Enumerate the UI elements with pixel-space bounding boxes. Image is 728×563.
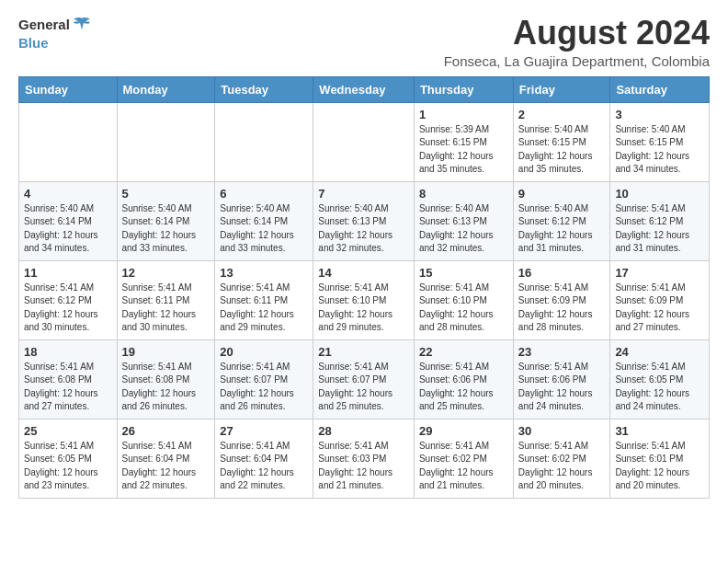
logo: General Blue bbox=[18, 15, 92, 51]
day-info: Sunrise: 5:41 AMSunset: 6:05 PMDaylight:… bbox=[615, 361, 704, 414]
week-row-1: 1Sunrise: 5:39 AMSunset: 6:15 PMDaylight… bbox=[19, 102, 710, 181]
calendar: Sunday Monday Tuesday Wednesday Thursday… bbox=[18, 76, 710, 499]
calendar-cell-3-3: 21Sunrise: 5:41 AMSunset: 6:07 PMDayligh… bbox=[313, 339, 415, 419]
day-number: 13 bbox=[220, 266, 308, 280]
day-info: Sunrise: 5:40 AMSunset: 6:13 PMDaylight:… bbox=[419, 202, 508, 256]
calendar-cell-1-0: 4Sunrise: 5:40 AMSunset: 6:14 PMDaylight… bbox=[19, 181, 118, 260]
col-thursday: Thursday bbox=[414, 76, 513, 102]
day-number: 2 bbox=[518, 108, 606, 121]
week-row-4: 18Sunrise: 5:41 AMSunset: 6:08 PMDayligh… bbox=[19, 339, 710, 419]
col-sunday: Sunday bbox=[19, 76, 118, 102]
calendar-cell-3-5: 23Sunrise: 5:41 AMSunset: 6:06 PMDayligh… bbox=[513, 339, 610, 419]
calendar-cell-0-2 bbox=[215, 102, 313, 181]
day-info: Sunrise: 5:41 AMSunset: 6:04 PMDaylight:… bbox=[220, 440, 308, 493]
day-info: Sunrise: 5:41 AMSunset: 6:11 PMDaylight:… bbox=[122, 282, 210, 335]
week-row-5: 25Sunrise: 5:41 AMSunset: 6:05 PMDayligh… bbox=[19, 419, 710, 498]
day-info: Sunrise: 5:41 AMSunset: 6:12 PMDaylight:… bbox=[24, 282, 112, 335]
calendar-cell-2-4: 15Sunrise: 5:41 AMSunset: 6:10 PMDayligh… bbox=[414, 260, 513, 339]
day-number: 22 bbox=[419, 345, 508, 359]
calendar-cell-1-5: 9Sunrise: 5:40 AMSunset: 6:12 PMDaylight… bbox=[513, 181, 610, 260]
calendar-cell-4-0: 25Sunrise: 5:41 AMSunset: 6:05 PMDayligh… bbox=[19, 419, 118, 498]
day-number: 25 bbox=[24, 424, 112, 438]
calendar-cell-4-6: 31Sunrise: 5:41 AMSunset: 6:01 PMDayligh… bbox=[610, 419, 710, 498]
day-number: 31 bbox=[615, 424, 704, 438]
day-info: Sunrise: 5:41 AMSunset: 6:06 PMDaylight:… bbox=[419, 361, 508, 414]
calendar-cell-0-3 bbox=[313, 102, 415, 181]
day-info: Sunrise: 5:39 AMSunset: 6:15 PMDaylight:… bbox=[419, 123, 508, 177]
day-number: 14 bbox=[318, 266, 409, 280]
day-number: 15 bbox=[419, 266, 508, 280]
col-wednesday: Wednesday bbox=[313, 76, 415, 102]
calendar-cell-1-3: 7Sunrise: 5:40 AMSunset: 6:13 PMDaylight… bbox=[313, 181, 415, 260]
calendar-cell-0-5: 2Sunrise: 5:40 AMSunset: 6:15 PMDaylight… bbox=[513, 102, 610, 181]
day-number: 23 bbox=[518, 345, 606, 359]
day-info: Sunrise: 5:41 AMSunset: 6:08 PMDaylight:… bbox=[122, 361, 210, 414]
calendar-cell-4-2: 27Sunrise: 5:41 AMSunset: 6:04 PMDayligh… bbox=[215, 419, 313, 498]
calendar-cell-3-0: 18Sunrise: 5:41 AMSunset: 6:08 PMDayligh… bbox=[19, 339, 118, 419]
bird-icon bbox=[72, 15, 92, 35]
day-number: 5 bbox=[122, 187, 210, 201]
col-monday: Monday bbox=[117, 76, 215, 102]
col-tuesday: Tuesday bbox=[215, 76, 313, 102]
calendar-cell-4-1: 26Sunrise: 5:41 AMSunset: 6:04 PMDayligh… bbox=[117, 419, 215, 498]
day-number: 24 bbox=[615, 345, 704, 359]
day-info: Sunrise: 5:41 AMSunset: 6:10 PMDaylight:… bbox=[419, 282, 508, 335]
calendar-cell-2-5: 16Sunrise: 5:41 AMSunset: 6:09 PMDayligh… bbox=[513, 260, 610, 339]
day-number: 19 bbox=[122, 345, 210, 359]
week-row-2: 4Sunrise: 5:40 AMSunset: 6:14 PMDaylight… bbox=[19, 181, 710, 260]
calendar-cell-2-6: 17Sunrise: 5:41 AMSunset: 6:09 PMDayligh… bbox=[610, 260, 710, 339]
header: General Blue August 2024 Fonseca, La Gua… bbox=[18, 15, 710, 69]
day-number: 28 bbox=[318, 424, 409, 438]
day-info: Sunrise: 5:41 AMSunset: 6:04 PMDaylight:… bbox=[122, 440, 210, 493]
day-info: Sunrise: 5:41 AMSunset: 6:05 PMDaylight:… bbox=[24, 440, 112, 493]
day-number: 18 bbox=[24, 345, 112, 359]
day-number: 29 bbox=[419, 424, 508, 438]
location: Fonseca, La Guajira Department, Colombia bbox=[444, 53, 710, 69]
day-number: 8 bbox=[419, 187, 508, 201]
day-number: 9 bbox=[518, 187, 606, 201]
day-number: 4 bbox=[24, 187, 112, 201]
day-info: Sunrise: 5:41 AMSunset: 6:09 PMDaylight:… bbox=[518, 282, 606, 335]
week-row-3: 11Sunrise: 5:41 AMSunset: 6:12 PMDayligh… bbox=[19, 260, 710, 339]
calendar-cell-1-2: 6Sunrise: 5:40 AMSunset: 6:14 PMDaylight… bbox=[215, 181, 313, 260]
day-number: 20 bbox=[220, 345, 308, 359]
calendar-cell-3-6: 24Sunrise: 5:41 AMSunset: 6:05 PMDayligh… bbox=[610, 339, 710, 419]
title-block: August 2024 Fonseca, La Guajira Departme… bbox=[444, 15, 710, 69]
day-info: Sunrise: 5:40 AMSunset: 6:15 PMDaylight:… bbox=[518, 123, 606, 177]
day-info: Sunrise: 5:41 AMSunset: 6:01 PMDaylight:… bbox=[615, 440, 704, 493]
calendar-cell-2-0: 11Sunrise: 5:41 AMSunset: 6:12 PMDayligh… bbox=[19, 260, 118, 339]
day-info: Sunrise: 5:41 AMSunset: 6:11 PMDaylight:… bbox=[220, 282, 308, 335]
day-number: 17 bbox=[615, 266, 704, 280]
month-year: August 2024 bbox=[444, 15, 710, 52]
day-info: Sunrise: 5:40 AMSunset: 6:12 PMDaylight:… bbox=[518, 202, 606, 256]
day-info: Sunrise: 5:41 AMSunset: 6:09 PMDaylight:… bbox=[615, 282, 704, 335]
calendar-header-row: Sunday Monday Tuesday Wednesday Thursday… bbox=[19, 76, 710, 102]
day-info: Sunrise: 5:41 AMSunset: 6:07 PMDaylight:… bbox=[318, 361, 409, 414]
calendar-cell-4-5: 30Sunrise: 5:41 AMSunset: 6:02 PMDayligh… bbox=[513, 419, 610, 498]
logo-text: General Blue bbox=[18, 15, 92, 51]
calendar-cell-2-2: 13Sunrise: 5:41 AMSunset: 6:11 PMDayligh… bbox=[215, 260, 313, 339]
calendar-cell-3-1: 19Sunrise: 5:41 AMSunset: 6:08 PMDayligh… bbox=[117, 339, 215, 419]
day-number: 7 bbox=[318, 187, 409, 201]
day-number: 12 bbox=[122, 266, 210, 280]
day-info: Sunrise: 5:41 AMSunset: 6:06 PMDaylight:… bbox=[518, 361, 606, 414]
day-info: Sunrise: 5:40 AMSunset: 6:13 PMDaylight:… bbox=[318, 202, 409, 256]
calendar-cell-1-1: 5Sunrise: 5:40 AMSunset: 6:14 PMDaylight… bbox=[117, 181, 215, 260]
day-number: 1 bbox=[419, 108, 508, 121]
day-number: 30 bbox=[518, 424, 606, 438]
calendar-cell-3-4: 22Sunrise: 5:41 AMSunset: 6:06 PMDayligh… bbox=[414, 339, 513, 419]
day-info: Sunrise: 5:41 AMSunset: 6:02 PMDaylight:… bbox=[419, 440, 508, 493]
col-friday: Friday bbox=[513, 76, 610, 102]
calendar-cell-0-4: 1Sunrise: 5:39 AMSunset: 6:15 PMDaylight… bbox=[414, 102, 513, 181]
day-info: Sunrise: 5:41 AMSunset: 6:02 PMDaylight:… bbox=[518, 440, 606, 493]
day-number: 11 bbox=[24, 266, 112, 280]
calendar-cell-2-3: 14Sunrise: 5:41 AMSunset: 6:10 PMDayligh… bbox=[313, 260, 415, 339]
calendar-cell-1-6: 10Sunrise: 5:41 AMSunset: 6:12 PMDayligh… bbox=[610, 181, 710, 260]
calendar-cell-1-4: 8Sunrise: 5:40 AMSunset: 6:13 PMDaylight… bbox=[414, 181, 513, 260]
calendar-cell-3-2: 20Sunrise: 5:41 AMSunset: 6:07 PMDayligh… bbox=[215, 339, 313, 419]
day-number: 27 bbox=[220, 424, 308, 438]
day-number: 16 bbox=[518, 266, 606, 280]
calendar-cell-4-3: 28Sunrise: 5:41 AMSunset: 6:03 PMDayligh… bbox=[313, 419, 415, 498]
day-info: Sunrise: 5:40 AMSunset: 6:14 PMDaylight:… bbox=[24, 202, 112, 256]
day-info: Sunrise: 5:41 AMSunset: 6:10 PMDaylight:… bbox=[318, 282, 409, 335]
